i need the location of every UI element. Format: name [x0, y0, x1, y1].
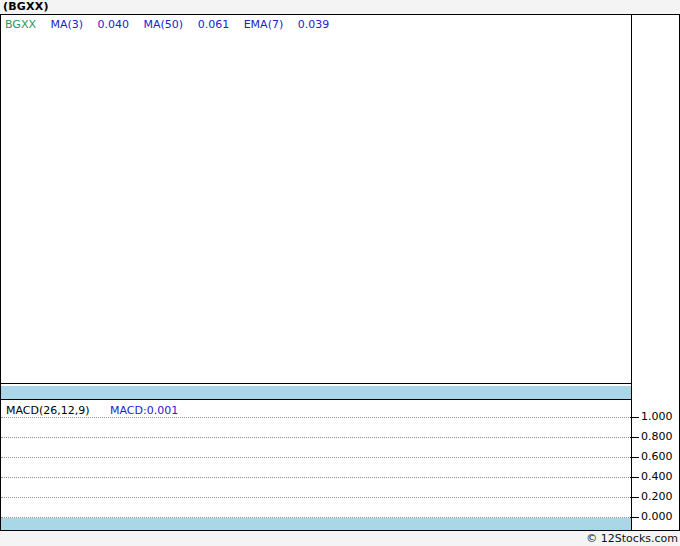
macd-gridline — [1, 437, 631, 438]
macd-gridline — [1, 477, 631, 478]
macd-panel-top-border — [1, 399, 631, 400]
y-axis-tick — [630, 517, 639, 518]
macd-legend: MACD(26,12,9) MACD:0.001 — [6, 404, 178, 417]
y-axis-label: 1.000 — [641, 411, 678, 423]
macd-x-axis-band — [1, 518, 631, 530]
macd-gridline — [1, 417, 631, 418]
macd-gridline — [1, 497, 631, 498]
macd-gridline — [1, 457, 631, 458]
ma50-label: MA(50) — [144, 18, 184, 31]
price-legend: BGXX MA(3) 0.040 MA(50) 0.061 EMA(7) 0.0… — [5, 18, 340, 31]
y-axis-label: 0.400 — [641, 471, 678, 483]
y-axis-label: 0.200 — [641, 491, 678, 503]
ma50-value: 0.061 — [198, 18, 230, 31]
y-axis-tick — [630, 417, 639, 418]
y-axis-label: 0.800 — [641, 431, 678, 443]
price-panel-bottom-border — [1, 383, 631, 384]
macd-params-label: MACD(26,12,9) — [6, 404, 90, 417]
chart-frame: BGXX MA(3) 0.040 MA(50) 0.061 EMA(7) 0.0… — [0, 14, 680, 531]
y-axis-tick — [630, 457, 639, 458]
ma3-value: 0.040 — [98, 18, 130, 31]
stock-chart-page: { "page": { "title": "(BGXX)", "copyrigh… — [0, 0, 680, 546]
chart-title: (BGXX) — [3, 0, 49, 13]
ema7-value: 0.039 — [298, 18, 330, 31]
ma3-label: MA(3) — [50, 18, 83, 31]
y-axis-label: 0.600 — [641, 451, 678, 463]
y-axis-tick — [630, 477, 639, 478]
copyright-attribution: © 12Stocks.com — [586, 532, 678, 546]
macd-value-label: MACD:0.001 — [110, 404, 178, 417]
ema7-label: EMA(7) — [244, 18, 284, 31]
y-axis-label: 0.000 — [641, 511, 678, 523]
y-axis-tick — [630, 497, 639, 498]
price-x-axis-band — [1, 386, 631, 399]
y-axis-separator-line — [631, 15, 632, 530]
ticker-symbol: BGXX — [5, 18, 36, 31]
y-axis-tick — [630, 437, 639, 438]
